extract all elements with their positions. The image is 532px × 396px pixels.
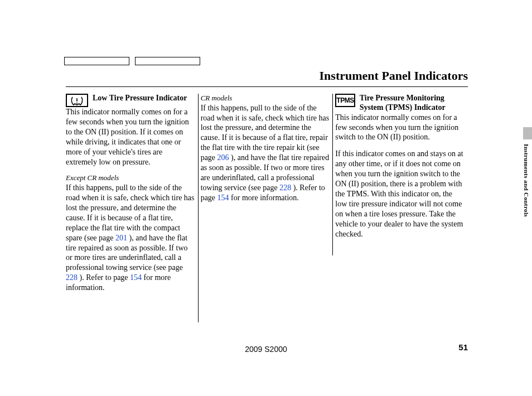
page-link-206[interactable]: 206 (217, 153, 229, 162)
column-3: TPMS Tire Pressure Monitoring System (TP… (335, 94, 467, 322)
page-link-201[interactable]: 201 (115, 234, 127, 242)
header-box-1[interactable] (64, 57, 129, 65)
footer-model: 2009 S2000 (0, 345, 532, 354)
tpms-icon-label: TPMS (336, 96, 354, 104)
page-link-154-b[interactable]: 154 (217, 194, 229, 202)
page-number: 51 (458, 342, 468, 352)
section-tab (523, 127, 532, 139)
page-link-228-b[interactable]: 228 (279, 183, 291, 192)
col3-p1: This indicator normally comes on for a f… (335, 113, 464, 143)
page-link-228[interactable]: 228 (66, 273, 78, 282)
col1-p1: This indicator normally comes on for a f… (66, 107, 195, 167)
col3-heading: Tire Pressure Monitoring System (TPMS) I… (360, 94, 464, 113)
column-1: Low Tire Pressure Indicator This indicat… (66, 94, 198, 322)
page-title: Instrument Panel Indicators (66, 69, 468, 87)
column-separator-2 (332, 94, 333, 255)
low-tire-pressure-icon (66, 94, 88, 107)
page: Instrument Panel Indicators Low Tire Pre… (0, 0, 532, 396)
col1-heading: Low Tire Pressure Indicator (93, 94, 187, 103)
svg-point-1 (76, 103, 78, 104)
col2-p1d: for more information. (229, 194, 299, 202)
content-columns: Low Tire Pressure Indicator This indicat… (66, 94, 467, 322)
col2-p1: If this happens, pull to the side of the… (201, 103, 330, 203)
column-2: CR models If this happens, pull to the s… (201, 94, 333, 322)
header-box-2[interactable] (135, 57, 200, 65)
header-buttons (64, 57, 200, 65)
col1-p2: If this happens, pull to the side of the… (66, 183, 195, 293)
column-separator-1 (198, 94, 199, 322)
col1-p2c: ). Refer to page (78, 273, 130, 282)
col1-sub: Except CR models (66, 173, 195, 183)
tpms-icon: TPMS (335, 94, 355, 107)
page-link-154[interactable]: 154 (130, 273, 142, 282)
col2-sub: CR models (201, 94, 330, 103)
col3-p2: If this indicator comes on and stays on … (335, 149, 464, 239)
section-label: Instruments and Controls (523, 144, 530, 217)
